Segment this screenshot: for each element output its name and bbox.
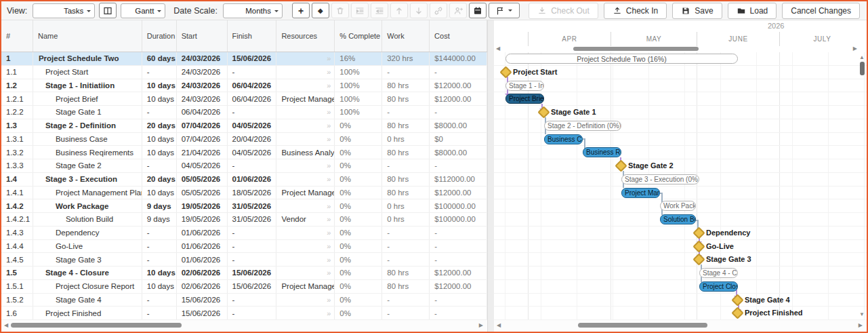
scroll-up-arrow[interactable]: ▲	[859, 55, 865, 60]
column-chooser-button[interactable]	[99, 3, 117, 18]
table-row[interactable]: 1.3.3Stage Gate 2-04/05/2026-»0%--	[1, 159, 487, 173]
gantt-summary-bar[interactable]: Stage 4 - Closure (0%)	[699, 268, 738, 278]
table-row[interactable]: 1.4.5Stage Gate 3-01/06/2026-»0%--	[1, 253, 487, 267]
table-row[interactable]: 1.3.2Business Reqirements10 days21/04/20…	[1, 146, 487, 159]
scroll-thumb[interactable]	[11, 323, 182, 328]
check-in-button[interactable]: Check In	[604, 3, 667, 19]
resource-picker-chevron-icon[interactable]: »	[327, 81, 332, 90]
scroll-right-arrow[interactable]: ▶	[853, 46, 857, 52]
resource-picker-chevron-icon[interactable]: »	[327, 296, 332, 304]
grid-cell: Project Brief	[33, 92, 142, 105]
scroll-right-arrow[interactable]: ▶	[859, 323, 863, 328]
grid-cell: Stage Gate 4	[33, 294, 142, 307]
scroll-left-arrow[interactable]: ◀	[497, 323, 501, 328]
column-header-cost[interactable]: Cost	[430, 20, 487, 52]
gantt-task-bar[interactable]: Business Case	[544, 134, 583, 144]
column-header--[interactable]: #	[1, 20, 33, 52]
column-header-work[interactable]: Work	[382, 20, 430, 52]
view-select[interactable]: Tasks	[33, 3, 95, 18]
resource-picker-chevron-icon[interactable]: »	[327, 135, 332, 143]
table-row[interactable]: 1.2.1Project Brief10 days24/03/202606/04…	[1, 92, 487, 106]
grid-cell: 31/05/2026	[228, 199, 277, 212]
table-row[interactable]: 1.6Project Finished-15/06/2026-»0%--	[1, 307, 487, 320]
chevron-down-icon	[274, 10, 278, 14]
scroll-thumb[interactable]	[573, 47, 699, 51]
column-header-name[interactable]: Name	[33, 20, 142, 52]
resource-picker-chevron-icon[interactable]: »	[327, 108, 332, 116]
resource-picker-chevron-icon[interactable]: »	[327, 68, 332, 76]
resource-picker-chevron-icon[interactable]: »	[327, 215, 332, 223]
load-button[interactable]: Load	[728, 3, 777, 19]
table-row[interactable]: 1.3Stage 2 - Definition20 days07/04/2026…	[1, 119, 487, 133]
resource-picker-chevron-icon[interactable]: »	[327, 121, 332, 130]
grid-cell: 07/04/2026	[177, 119, 228, 132]
table-row[interactable]: 1.4Stage 3 - Execution20 days05/05/20260…	[1, 173, 487, 187]
table-row[interactable]: 1.5Stage 4 - Closure10 days02/06/202615/…	[1, 267, 487, 280]
layout-select[interactable]: Gantt	[121, 3, 165, 18]
date-scale-select[interactable]: Months	[223, 3, 283, 18]
gantt-task-bar[interactable]: Business Reqirements	[583, 147, 621, 157]
table-row[interactable]: 1.2.2Stage Gate 1-06/04/2026-»100%--	[1, 106, 487, 119]
resource-picker-chevron-icon[interactable]: »	[327, 242, 332, 250]
gantt-summary-bar[interactable]: Work Package (0%)	[660, 201, 696, 211]
grid-cell: -	[382, 294, 430, 307]
gantt-task-bar[interactable]: Project Closure Report	[699, 281, 738, 292]
resource-picker-chevron-icon[interactable]: »	[327, 54, 332, 62]
table-row[interactable]: 1.4.2Work Package9 days19/05/202631/05/2…	[1, 199, 487, 213]
table-row[interactable]: 1.4.3Dependency-01/06/2026-»0%--	[1, 227, 487, 240]
cancel-changes-button[interactable]: Cancel Changes	[782, 3, 860, 19]
column-header-finish[interactable]: Finish	[228, 20, 277, 52]
table-row[interactable]: 1.3.1Business Case10 days07/04/202620/04…	[1, 133, 487, 146]
gantt-task-bar[interactable]: Solution Build	[660, 214, 696, 224]
column-header--complete[interactable]: % Complete	[335, 20, 382, 52]
pane-splitter[interactable]	[488, 20, 494, 332]
table-row[interactable]: 1Project Schedule Two60 days24/03/202615…	[1, 52, 487, 66]
scroll-left-arrow[interactable]: ◀	[496, 46, 500, 52]
grid-cell: Project Manager	[276, 92, 335, 105]
grid-cell: 10 days	[142, 280, 177, 293]
table-row[interactable]: 1.4.2.1Solution Build9 days19/05/202631/…	[1, 213, 487, 227]
gantt-task-bar[interactable]: Project Brief (100%)	[505, 94, 544, 104]
resource-picker-chevron-icon[interactable]: »	[327, 202, 332, 210]
table-row[interactable]: 1.4.4Go-Live-01/06/2026-»0%--	[1, 240, 487, 254]
column-header-duration[interactable]: Duration	[142, 20, 177, 52]
grid-cell: 1.4.3	[1, 227, 33, 239]
gantt-task-bar[interactable]: Project Management Plan	[621, 188, 660, 198]
scroll-down-arrow[interactable]: ▼	[859, 312, 865, 317]
gantt-horizontal-scrollbar[interactable]: ◀ ▶	[494, 320, 867, 332]
column-header-start[interactable]: Start	[177, 20, 228, 52]
resource-picker-chevron-icon[interactable]: »	[327, 175, 332, 183]
delete-task-button	[331, 3, 349, 18]
table-row[interactable]: 1.5.1Project Closure Report10 days02/06/…	[1, 280, 487, 294]
resource-picker-chevron-icon[interactable]: »	[327, 229, 332, 237]
gantt-summary-bar[interactable]: Stage 1 - Initiatiion (100%)	[505, 81, 544, 91]
resource-picker-chevron-icon[interactable]: »	[327, 269, 332, 277]
table-row[interactable]: 1.5.2Stage Gate 4-15/06/2026-»0%--	[1, 294, 487, 307]
column-header-resources[interactable]: Resources	[276, 20, 335, 52]
resource-picker-chevron-icon[interactable]: »	[327, 161, 332, 170]
save-button[interactable]: Save	[672, 3, 722, 19]
scroll-thumb[interactable]	[860, 62, 865, 75]
flag-button[interactable]	[489, 3, 520, 18]
grid-cell: »	[276, 66, 335, 79]
scroll-right-arrow[interactable]: ▶	[479, 323, 483, 328]
gantt-summary-bar[interactable]: Stage 3 - Execution (0%)	[621, 174, 699, 184]
gantt-summary-bar[interactable]: Stage 2 - Definition (0%)	[544, 121, 621, 131]
scroll-left-arrow[interactable]: ◀	[4, 323, 8, 328]
gantt-top-scrollbar[interactable]: ◀ ▶	[494, 46, 867, 52]
gantt-row	[494, 294, 867, 307]
grid-horizontal-scrollbar[interactable]: ◀ ▶	[1, 320, 487, 332]
grid-cell: »	[276, 240, 335, 253]
table-row[interactable]: 1.4.1Project Management Plan10 days05/05…	[1, 187, 487, 200]
resource-picker-chevron-icon[interactable]: »	[327, 256, 332, 264]
add-task-button[interactable]: +	[292, 3, 310, 18]
gantt-vertical-scrollbar[interactable]: ▲ ▼	[858, 52, 866, 320]
resource-picker-chevron-icon[interactable]: »	[327, 309, 332, 317]
gantt-summary-bar[interactable]: Project Schedule Two (16%)	[505, 54, 738, 64]
table-row[interactable]: 1.2Stage 1 - Initiatiion10 days24/03/202…	[1, 79, 487, 93]
scroll-thumb[interactable]	[578, 323, 707, 328]
add-milestone-button[interactable]: ◆	[312, 3, 329, 18]
calendar-button[interactable]	[469, 3, 487, 18]
grid-cell: 80 hrs	[382, 187, 430, 199]
table-row[interactable]: 1.1Project Start-24/03/2026-»100%--	[1, 66, 487, 79]
